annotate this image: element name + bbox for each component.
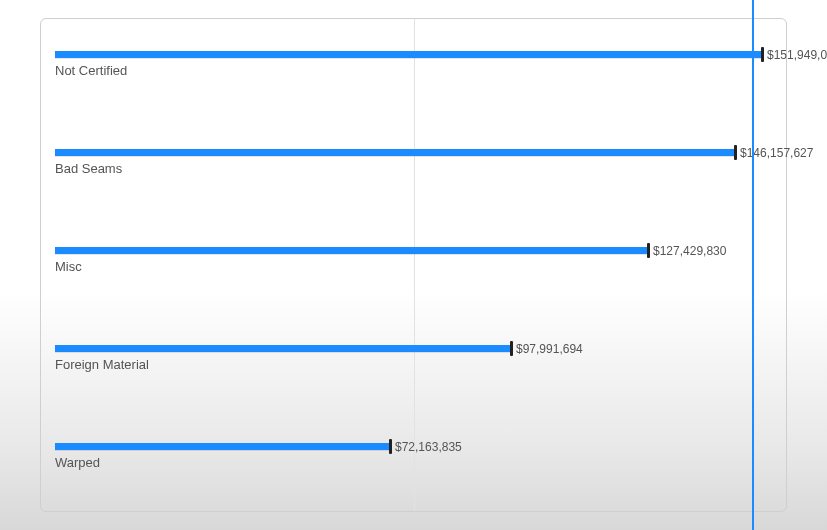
bar-cap-icon <box>761 47 764 62</box>
bar-row: $72,163,835 Warped <box>53 431 774 471</box>
category-label: Not Certified <box>55 63 127 78</box>
value-label: $72,163,835 <box>395 440 462 454</box>
bar-bad-seams[interactable] <box>55 149 736 156</box>
value-label: $151,949,006 <box>767 48 827 62</box>
value-label: $146,157,627 <box>740 146 813 160</box>
category-label: Foreign Material <box>55 357 149 372</box>
category-label: Bad Seams <box>55 161 122 176</box>
bar-row: $127,429,830 Misc <box>53 235 774 275</box>
bar-not-certified[interactable] <box>55 51 763 58</box>
bar-cap-icon <box>734 145 737 160</box>
value-label: $97,991,694 <box>516 342 583 356</box>
category-label: Misc <box>55 259 82 274</box>
category-label: Warped <box>55 455 100 470</box>
bar-row: $151,949,006 Not Certified <box>53 39 774 79</box>
bar-row: $146,157,627 Bad Seams <box>53 137 774 177</box>
bar-warped[interactable] <box>55 443 391 450</box>
value-label: $127,429,830 <box>653 244 726 258</box>
bar-row: $97,991,694 Foreign Material <box>53 333 774 373</box>
bar-misc[interactable] <box>55 247 649 254</box>
plot-area: $151,949,006 Not Certified $146,157,627 … <box>53 19 774 511</box>
bar-cap-icon <box>647 243 650 258</box>
bar-cap-icon <box>510 341 513 356</box>
bar-cap-icon <box>389 439 392 454</box>
bar-foreign-material[interactable] <box>55 345 512 352</box>
chart-frame: $151,949,006 Not Certified $146,157,627 … <box>40 18 787 512</box>
reference-line <box>752 0 754 530</box>
